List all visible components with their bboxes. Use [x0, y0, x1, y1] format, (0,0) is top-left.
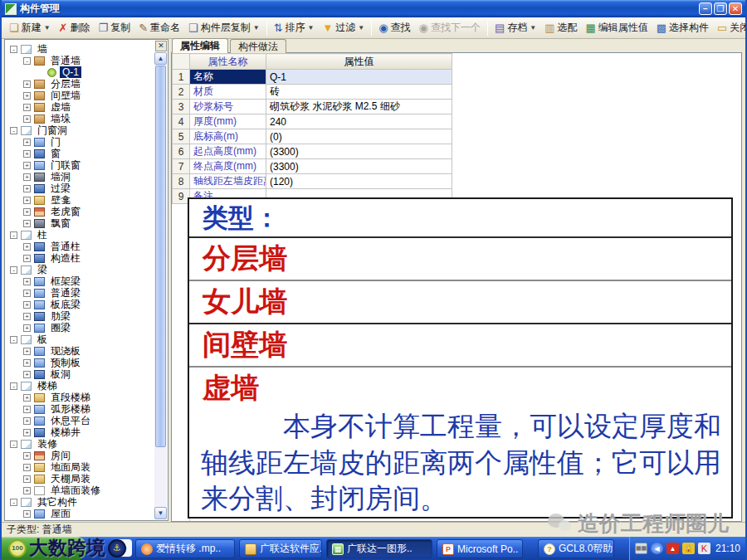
archive-button[interactable]: ▤存档▼: [491, 19, 540, 37]
kaspersky-icon[interactable]: K: [698, 543, 710, 554]
expand-toggle-icon[interactable]: +: [23, 417, 31, 425]
property-value-cell[interactable]: 砖: [266, 85, 452, 100]
expand-toggle-icon[interactable]: +: [23, 80, 31, 88]
tree-item-墙垛[interactable]: +墙垛: [5, 113, 154, 124]
expand-toggle-icon[interactable]: +: [23, 406, 31, 413]
tree-item-构造柱[interactable]: +构造柱: [5, 252, 154, 264]
collapse-toggle-icon[interactable]: -: [10, 266, 17, 274]
tree-item-门[interactable]: +门: [5, 136, 154, 148]
expand-toggle-icon[interactable]: +: [23, 104, 31, 111]
find-button[interactable]: ◉查找: [374, 19, 414, 37]
delete-button[interactable]: ✗删除: [55, 19, 95, 37]
tree-item-板底梁[interactable]: +板底梁: [5, 299, 154, 310]
close-button[interactable]: ▭关闭: [713, 19, 745, 37]
property-row-轴线距左墙皮距离[interactable]: 8轴线距左墙皮距离(120): [173, 174, 452, 189]
filter-button[interactable]: ▼过滤▼: [318, 19, 369, 37]
collapse-toggle-icon[interactable]: -: [10, 382, 17, 390]
collapse-toggle-icon[interactable]: -: [10, 231, 17, 239]
property-row-材质[interactable]: 2材质砖: [173, 85, 452, 100]
expand-toggle-icon[interactable]: +: [23, 173, 31, 181]
rename-button[interactable]: ✎重命名: [134, 19, 184, 37]
expand-toggle-icon[interactable]: +: [23, 429, 31, 436]
scroll-thumb[interactable]: [155, 66, 166, 447]
tree-item-过梁[interactable]: +过梁: [5, 183, 154, 194]
edit-attr-button[interactable]: ▦编辑属性值: [581, 19, 652, 37]
collapse-toggle-icon[interactable]: -: [23, 57, 31, 65]
property-name-cell[interactable]: 砂浆标号: [190, 100, 266, 114]
property-value-cell[interactable]: (3300): [266, 144, 452, 159]
expand-toggle-icon[interactable]: +: [23, 150, 31, 158]
task-glodon-folder[interactable]: 广联达软件应..: [239, 539, 322, 558]
property-name-cell[interactable]: 起点高度(mm): [190, 144, 266, 159]
collapse-toggle-icon[interactable]: -: [10, 127, 17, 134]
collapse-toggle-icon[interactable]: -: [10, 46, 17, 53]
expand-toggle-icon[interactable]: +: [23, 290, 31, 297]
tree-item-普通墙[interactable]: -普通墙: [5, 55, 154, 66]
layer-copy-button[interactable]: ❑构件层复制▼: [184, 19, 264, 37]
property-row-名称[interactable]: 1名称Q-1: [173, 70, 452, 85]
tree-item-预制板[interactable]: +预制板: [5, 357, 154, 368]
tree-item-装修[interactable]: -装修: [5, 438, 154, 450]
property-name-cell[interactable]: 材质: [190, 85, 266, 100]
expand-toggle-icon[interactable]: +: [23, 348, 31, 355]
property-row-底标高(m)[interactable]: 5底标高(m)(0): [173, 129, 452, 144]
tree-item-屋面[interactable]: +屋面: [5, 508, 154, 519]
property-value-cell[interactable]: (0): [266, 129, 452, 144]
new-button[interactable]: ❏新建▼: [5, 19, 55, 37]
tree-scrollbar[interactable]: ▲ ▼: [154, 52, 167, 519]
tree-item-门窗洞[interactable]: -门窗洞: [5, 124, 154, 136]
task-glodon-graphics[interactable]: ▦广联达一图形..: [326, 539, 432, 558]
task-gcl-help[interactable]: ?GCL8.0帮助: [538, 539, 614, 558]
expand-toggle-icon[interactable]: +: [23, 452, 31, 460]
sort-button[interactable]: ⇅排序▼: [270, 19, 319, 37]
tree-item-飘窗[interactable]: +飘窗: [5, 217, 154, 229]
expand-toggle-icon[interactable]: +: [23, 487, 31, 494]
property-name-cell[interactable]: 轴线距左墙皮距离: [190, 174, 266, 189]
property-name-cell[interactable]: 底标高(m): [190, 129, 266, 144]
expand-toggle-icon[interactable]: +: [23, 510, 31, 518]
tree-item-墙洞[interactable]: +墙洞: [5, 171, 154, 183]
lock-icon[interactable]: 🔒: [682, 543, 695, 554]
property-name-cell[interactable]: 厚度(mm): [190, 114, 266, 129]
property-value-cell[interactable]: 240: [266, 114, 452, 129]
close-window-button[interactable]: ✕: [729, 2, 742, 15]
property-name-cell[interactable]: 终点高度(mm): [190, 159, 266, 174]
expand-toggle-icon[interactable]: +: [23, 185, 31, 192]
tree-item-圈梁[interactable]: +圈梁: [5, 322, 154, 334]
select-match-button[interactable]: ▥选配: [540, 19, 581, 37]
collapse-chevron-icon[interactable]: ◀: [651, 543, 663, 554]
tree-item-单墙面装修[interactable]: +单墙面装修: [5, 485, 154, 496]
expand-toggle-icon[interactable]: +: [23, 359, 31, 367]
property-value-cell[interactable]: (3300): [266, 159, 452, 174]
expand-toggle-icon[interactable]: +: [23, 313, 31, 320]
panel-close-icon[interactable]: ✕: [155, 41, 167, 51]
expand-toggle-icon[interactable]: +: [23, 92, 31, 100]
tree-item-其它构件[interactable]: -其它构件: [5, 496, 154, 508]
tree-item-楼梯井[interactable]: +楼梯井: [5, 426, 154, 438]
tree-item-门联窗[interactable]: +门联窗: [5, 159, 154, 171]
property-row-厚度(mm)[interactable]: 4厚度(mm)240: [173, 114, 452, 129]
tree-item-老虎窗[interactable]: +老虎窗: [5, 206, 154, 217]
expand-toggle-icon[interactable]: +: [23, 301, 31, 309]
expand-toggle-icon[interactable]: +: [23, 162, 31, 169]
property-name-cell[interactable]: 名称: [190, 70, 266, 85]
tree-item-虚墙[interactable]: +虚墙: [5, 101, 154, 113]
expand-toggle-icon[interactable]: +: [23, 115, 31, 123]
expand-toggle-icon[interactable]: +: [23, 243, 31, 251]
keyboard-icon[interactable]: ▦▦: [635, 543, 647, 554]
expand-toggle-icon[interactable]: +: [23, 220, 31, 227]
task-powerpoint[interactable]: PMicrosoft Po..: [437, 539, 523, 558]
tab-component-method[interactable]: 构件做法: [230, 39, 286, 53]
copy-button[interactable]: ❐复制: [94, 19, 134, 37]
collapse-toggle-icon[interactable]: -: [10, 336, 17, 343]
expand-toggle-icon[interactable]: +: [23, 464, 31, 471]
expand-toggle-icon[interactable]: +: [23, 394, 31, 402]
collapse-toggle-icon[interactable]: -: [10, 499, 17, 506]
tab-property-edit[interactable]: 属性编辑: [172, 38, 228, 53]
minimize-button[interactable]: −: [699, 2, 712, 15]
property-value-cell[interactable]: Q-1: [266, 70, 452, 85]
expand-toggle-icon[interactable]: +: [23, 324, 31, 332]
shield-icon[interactable]: ▲: [666, 543, 679, 554]
collapse-toggle-icon[interactable]: -: [10, 441, 17, 448]
expand-toggle-icon[interactable]: +: [23, 255, 31, 262]
